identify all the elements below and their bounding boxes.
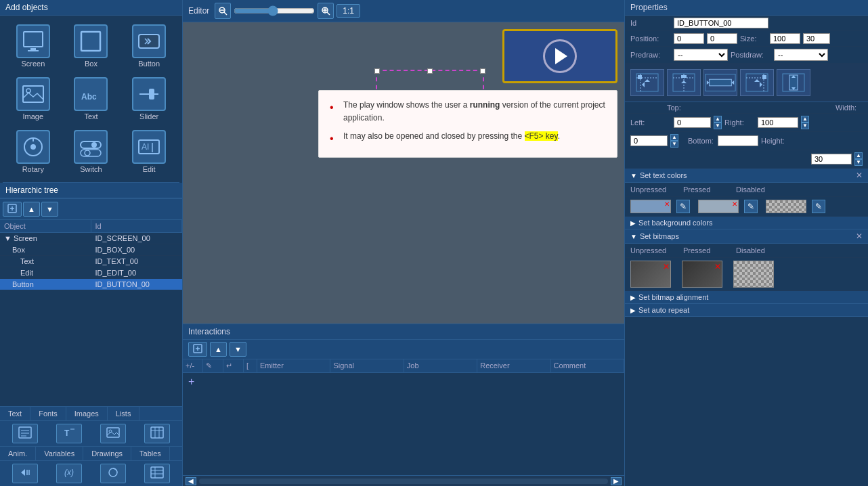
tab-drawings[interactable]: Drawings bbox=[83, 447, 131, 460]
tab-text[interactable]: Text bbox=[0, 407, 30, 420]
bitmap-align-section-header[interactable]: ▶ Set bitmap alignment bbox=[625, 291, 868, 304]
tree-add-btn[interactable] bbox=[3, 202, 22, 217]
props-bottom-input[interactable] bbox=[718, 135, 758, 146]
scroll-right-btn[interactable]: ▶ bbox=[611, 477, 622, 485]
tool-anim-icon[interactable] bbox=[12, 464, 38, 483]
height-step-down[interactable]: ▼ bbox=[854, 159, 863, 166]
text-unpressed-clear[interactable]: ✕ bbox=[664, 201, 670, 208]
tree-up-btn[interactable]: ▲ bbox=[23, 202, 40, 217]
tree-row-button[interactable]: Button ID_BUTTON_00 bbox=[0, 279, 182, 290]
object-text[interactable]: Abc Text bbox=[64, 74, 119, 124]
right-step-down[interactable]: ▼ bbox=[801, 123, 809, 129]
bitmaps-collapse-icon: ▼ bbox=[630, 233, 637, 240]
text-pressed-swatch-container: ✕ bbox=[698, 200, 739, 213]
tool-tables2-icon[interactable] bbox=[144, 464, 170, 483]
props-pos-y-input[interactable] bbox=[707, 33, 737, 44]
tool-table-icon[interactable] bbox=[144, 424, 170, 443]
int-down-btn[interactable]: ▼ bbox=[230, 342, 246, 357]
tab-lists[interactable]: Lists bbox=[108, 407, 140, 420]
object-button[interactable]: Button bbox=[121, 21, 177, 71]
tab-variables[interactable]: Variables bbox=[36, 447, 83, 460]
bitmap-unpressed-clear[interactable]: ✕ bbox=[663, 262, 670, 271]
object-screen[interactable]: Screen bbox=[5, 21, 61, 71]
layout-icon-top-right[interactable] bbox=[740, 69, 774, 96]
height-step-up[interactable]: ▲ bbox=[854, 152, 863, 159]
text-unpressed-swatch[interactable]: ✕ bbox=[630, 200, 671, 213]
layout-icon-top-left[interactable] bbox=[630, 69, 664, 96]
tree-row-text[interactable]: Text ID_TEXT_00 bbox=[0, 256, 182, 267]
tool-vars-icon[interactable]: (x) bbox=[56, 464, 82, 483]
props-height-input[interactable] bbox=[811, 154, 852, 164]
props-id-input[interactable] bbox=[674, 18, 768, 28]
object-switch[interactable]: Switch bbox=[64, 127, 119, 177]
bitmaps-section-header[interactable]: ▼ Set bitmaps ✕ bbox=[625, 229, 868, 244]
text-pressed-swatch[interactable]: ✕ bbox=[698, 200, 739, 213]
props-left-input[interactable] bbox=[674, 117, 711, 128]
tree-toolbar: ▲ ▼ bbox=[0, 198, 182, 220]
text-disabled-edit-btn[interactable]: ✎ bbox=[812, 200, 825, 213]
text-pressed-edit-btn[interactable]: ✎ bbox=[744, 200, 758, 213]
layout-icon-resize-v[interactable] bbox=[777, 69, 810, 96]
tab-tables[interactable]: Tables bbox=[131, 447, 170, 460]
tab-fonts[interactable]: Fonts bbox=[30, 407, 66, 420]
width-step-up[interactable]: ▲ bbox=[670, 134, 678, 141]
text-colors-close-btn[interactable]: ✕ bbox=[856, 171, 863, 180]
tree-down-btn[interactable]: ▼ bbox=[41, 202, 58, 217]
bitmap-pressed-swatch[interactable]: ✕ bbox=[682, 261, 722, 288]
play-button-area[interactable] bbox=[502, 29, 617, 83]
props-pos-x-input[interactable] bbox=[674, 33, 704, 44]
tool-image-icon[interactable] bbox=[100, 424, 126, 443]
bitmap-unpressed-container: ✕ bbox=[630, 261, 671, 288]
object-edit[interactable]: AI Edit bbox=[121, 127, 177, 177]
tool-font-icon[interactable]: T bbox=[56, 424, 82, 443]
bitmap-pressed-clear[interactable]: ✕ bbox=[714, 262, 721, 271]
scroll-track[interactable] bbox=[199, 479, 608, 484]
right-step-up[interactable]: ▲ bbox=[801, 116, 809, 123]
svg-rect-9 bbox=[149, 89, 154, 100]
object-image[interactable]: Image bbox=[5, 74, 61, 124]
resize-handle-tl[interactable] bbox=[374, 68, 380, 74]
layout-icon-top-center[interactable] bbox=[667, 69, 701, 96]
bitmap-unpressed-swatch[interactable]: ✕ bbox=[630, 261, 671, 288]
tree-row-screen[interactable]: ▼ Screen ID_SCREEN_00 bbox=[0, 233, 182, 244]
object-box[interactable]: Box bbox=[64, 21, 119, 71]
left-step-up[interactable]: ▲ bbox=[714, 116, 722, 123]
bitmap-disabled-swatch[interactable] bbox=[733, 261, 774, 288]
layout-icon-resize-h[interactable] bbox=[703, 69, 737, 96]
text-unpressed-edit-btn[interactable]: ✎ bbox=[676, 200, 690, 213]
left-panel: Add objects Screen bbox=[0, 0, 183, 486]
object-slider[interactable]: Slider bbox=[121, 74, 177, 124]
int-add-btn[interactable] bbox=[188, 342, 207, 357]
bg-colors-section-header[interactable]: ▶ Set background colors bbox=[625, 217, 868, 229]
resize-handle-tr[interactable] bbox=[480, 68, 485, 74]
text-disabled-swatch[interactable] bbox=[766, 200, 806, 213]
tool-text-icon[interactable] bbox=[12, 424, 38, 443]
tab-anim[interactable]: Anim. bbox=[0, 447, 36, 460]
scroll-left-btn[interactable]: ◀ bbox=[186, 477, 196, 485]
tab-images[interactable]: Images bbox=[66, 407, 108, 420]
props-width-input[interactable] bbox=[630, 135, 668, 146]
interactions-table: +/- ✎ ↵ [ Emitter Signal Job Receiver Co… bbox=[183, 359, 624, 475]
tool-drawings-icon[interactable] bbox=[100, 464, 126, 483]
props-size-w-input[interactable] bbox=[770, 33, 800, 44]
tree-row-edit[interactable]: Edit ID_EDIT_00 bbox=[0, 267, 182, 279]
props-size-h-input[interactable] bbox=[803, 33, 830, 44]
bitmaps-close-btn[interactable]: ✕ bbox=[856, 231, 863, 241]
text-pressed-clear[interactable]: ✕ bbox=[732, 201, 737, 208]
resize-handle-tm[interactable] bbox=[427, 68, 433, 74]
int-up-btn[interactable]: ▲ bbox=[210, 342, 227, 357]
zoom-in-btn[interactable] bbox=[318, 3, 334, 19]
zoom-out-btn[interactable] bbox=[215, 3, 231, 19]
left-step-down[interactable]: ▼ bbox=[714, 123, 722, 129]
auto-repeat-section-header[interactable]: ▶ Set auto repeat bbox=[625, 304, 868, 317]
props-right-input[interactable] bbox=[758, 117, 798, 128]
props-postdraw-select[interactable]: -- bbox=[774, 49, 828, 61]
object-rotary[interactable]: Rotary bbox=[5, 127, 61, 177]
props-predraw-select[interactable]: -- bbox=[674, 49, 728, 61]
zoom-slider[interactable] bbox=[234, 5, 315, 16]
tree-row-box[interactable]: Box ID_BOX_00 bbox=[0, 244, 182, 256]
width-step-down[interactable]: ▼ bbox=[670, 141, 678, 148]
horizontal-scrollbar[interactable]: ◀ ▶ bbox=[183, 475, 624, 486]
int-add-row-btn[interactable]: + bbox=[183, 373, 624, 391]
text-colors-section-header[interactable]: ▼ Set text colors ✕ bbox=[625, 169, 868, 183]
